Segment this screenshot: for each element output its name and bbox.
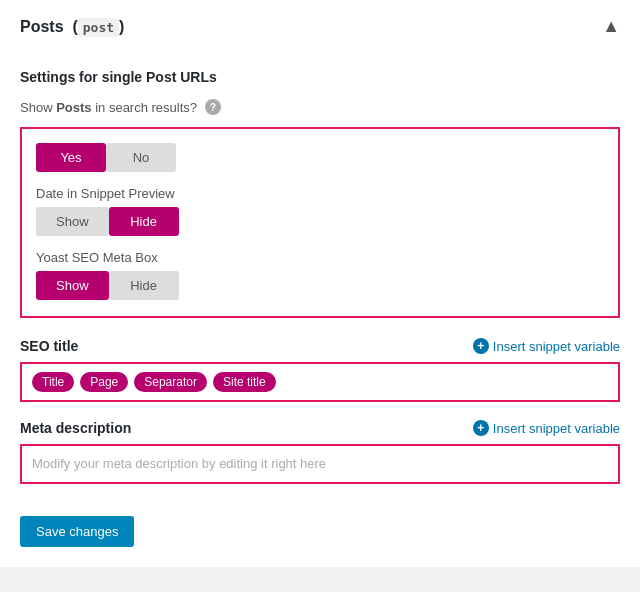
no-button[interactable]: No xyxy=(106,143,176,172)
seo-insert-snippet-button[interactable]: + Insert snippet variable xyxy=(473,338,620,354)
seo-title-section: SEO title + Insert snippet variable Titl… xyxy=(20,338,620,402)
in-search-label: in search results? xyxy=(95,100,197,115)
tag-separator[interactable]: Separator xyxy=(134,372,207,392)
subsection-title: Settings for single Post URLs xyxy=(20,69,620,85)
help-icon[interactable]: ? xyxy=(205,99,221,115)
meta-description-label: Meta description xyxy=(20,420,131,436)
section-code: post xyxy=(78,18,119,37)
collapse-icon[interactable]: ▲ xyxy=(602,16,620,37)
meta-box-toggle: Show Hide xyxy=(36,271,604,300)
posts-bold: Posts xyxy=(56,100,91,115)
seo-title-header: SEO title + Insert snippet variable xyxy=(20,338,620,354)
date-snippet-toggle: Show Hide xyxy=(36,207,604,236)
settings-box: Yes No Date in Snippet Preview Show Hide… xyxy=(20,127,620,318)
section-title: Posts (post) xyxy=(20,18,124,36)
yes-button[interactable]: Yes xyxy=(36,143,106,172)
meta-insert-snippet-button[interactable]: + Insert snippet variable xyxy=(473,420,620,436)
seo-title-label: SEO title xyxy=(20,338,78,354)
meta-description-field[interactable]: Modify your meta description by editing … xyxy=(20,444,620,484)
tag-page[interactable]: Page xyxy=(80,372,128,392)
tag-title[interactable]: Title xyxy=(32,372,74,392)
seo-insert-snippet-label: Insert snippet variable xyxy=(493,339,620,354)
meta-description-header: Meta description + Insert snippet variab… xyxy=(20,420,620,436)
meta-box-label: Yoast SEO Meta Box xyxy=(36,250,604,265)
meta-show-button[interactable]: Show xyxy=(36,271,109,300)
save-changes-button[interactable]: Save changes xyxy=(20,516,134,547)
date-hide-button[interactable]: Hide xyxy=(109,207,179,236)
meta-insert-snippet-label: Insert snippet variable xyxy=(493,421,620,436)
seo-title-field[interactable]: Title Page Separator Site title xyxy=(20,362,620,402)
plus-circle-icon: + xyxy=(473,338,489,354)
meta-plus-circle-icon: + xyxy=(473,420,489,436)
section-title-text: Posts xyxy=(20,18,64,35)
show-in-search-label: Show Posts in search results? ? xyxy=(20,99,620,115)
date-show-button[interactable]: Show xyxy=(36,207,109,236)
search-results-toggle: Yes No xyxy=(36,143,604,172)
meta-description-section: Meta description + Insert snippet variab… xyxy=(20,420,620,484)
tag-site-title[interactable]: Site title xyxy=(213,372,276,392)
date-snippet-label: Date in Snippet Preview xyxy=(36,186,604,201)
meta-hide-button[interactable]: Hide xyxy=(109,271,179,300)
